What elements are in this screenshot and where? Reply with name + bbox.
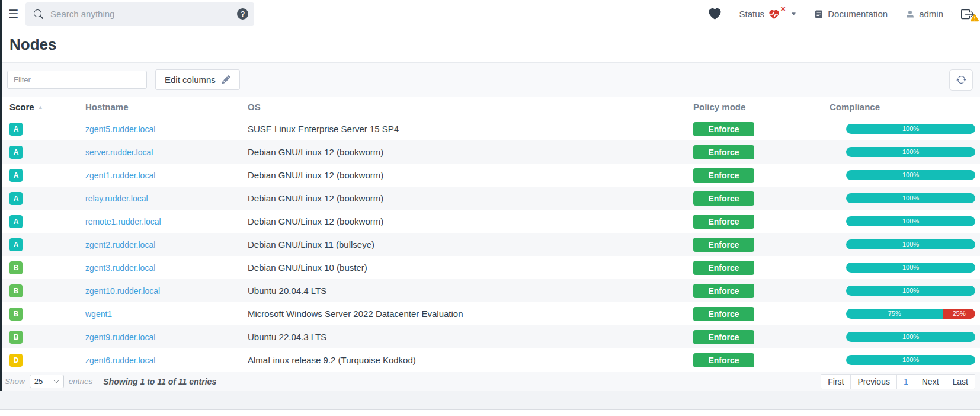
compliance-bar: 100% bbox=[846, 263, 975, 273]
documentation-link[interactable]: Documentation bbox=[814, 9, 888, 19]
compliance-bar: 100% bbox=[846, 193, 975, 203]
compliance-bar: 75%25% bbox=[846, 309, 975, 319]
page-size-select[interactable]: 25 bbox=[30, 375, 64, 388]
policy-mode-badge: Enforce bbox=[693, 145, 754, 159]
score-badge: B bbox=[9, 284, 23, 297]
hostname-link[interactable]: remote1.rudder.local bbox=[85, 217, 161, 226]
score-cell: A bbox=[0, 146, 85, 159]
compliance-bar: 100% bbox=[846, 170, 975, 180]
global-search[interactable]: ? bbox=[25, 2, 254, 26]
compliance-cell: 100% bbox=[830, 193, 980, 203]
policy-mode-cell: Enforce bbox=[693, 215, 830, 229]
hostname-link[interactable]: zgent3.rudder.local bbox=[85, 263, 155, 273]
hostname-link[interactable]: zgent1.rudder.local bbox=[85, 171, 155, 180]
menu-toggle-icon[interactable]: ☰ bbox=[8, 8, 18, 20]
policy-mode-cell: Enforce bbox=[693, 307, 830, 321]
user-menu[interactable]: admin bbox=[905, 9, 943, 19]
compliance-bar: 100% bbox=[846, 216, 975, 226]
sort-asc-icon: ▲ bbox=[38, 104, 43, 110]
pagination-next[interactable]: Next bbox=[915, 374, 946, 389]
column-header-policy-mode[interactable]: Policy mode bbox=[693, 102, 830, 112]
score-badge: A bbox=[9, 123, 23, 136]
compliance-bar: 100% bbox=[846, 124, 975, 134]
column-header-compliance[interactable]: Compliance bbox=[830, 102, 980, 112]
pencil-icon bbox=[222, 75, 230, 84]
os-cell: Debian GNU/Linux 12 (bookworm) bbox=[248, 193, 693, 203]
table-row[interactable]: Aremote1.rudder.localDebian GNU/Linux 12… bbox=[0, 210, 980, 233]
score-badge: A bbox=[9, 238, 23, 251]
score-badge: D bbox=[9, 354, 23, 367]
table-row[interactable]: Bzgent9.rudder.localUbuntu 22.04.3 LTSEn… bbox=[0, 325, 980, 348]
page-title-bar: Nodes bbox=[0, 28, 980, 63]
policy-mode-badge: Enforce bbox=[693, 168, 754, 183]
score-badge: A bbox=[9, 215, 23, 228]
nodes-table-body: Azgent5.rudder.localSUSE Linux Enterpris… bbox=[0, 117, 980, 372]
column-header-score[interactable]: Score ▲ bbox=[0, 102, 85, 112]
compliance-segment: 100% bbox=[846, 124, 975, 134]
table-row[interactable]: Bwgent1Microsoft Windows Server 2022 Dat… bbox=[0, 302, 980, 325]
table-row[interactable]: Azgent1.rudder.localDebian GNU/Linux 12 … bbox=[0, 164, 980, 187]
policy-mode-cell: Enforce bbox=[693, 122, 830, 136]
hostname-link[interactable]: zgent6.rudder.local bbox=[85, 356, 155, 365]
table-row[interactable]: Bzgent3.rudder.localDebian GNU/Linux 10 … bbox=[0, 256, 980, 279]
favorites-heart-icon[interactable] bbox=[709, 8, 721, 20]
table-toolbar: Edit columns bbox=[0, 63, 980, 97]
policy-mode-cell: Enforce bbox=[693, 284, 830, 298]
os-cell: Debian GNU/Linux 11 (bullseye) bbox=[248, 239, 693, 249]
compliance-segment: 25% bbox=[943, 309, 976, 319]
hostname-link[interactable]: zgent2.rudder.local bbox=[85, 240, 155, 249]
hostname-cell: server.rudder.local bbox=[85, 147, 248, 157]
compliance-cell: 100% bbox=[830, 147, 980, 157]
table-row[interactable]: Azgent5.rudder.localSUSE Linux Enterpris… bbox=[0, 117, 980, 140]
policy-mode-cell: Enforce bbox=[693, 353, 830, 367]
compliance-cell: 100% bbox=[830, 170, 980, 180]
column-header-os[interactable]: OS bbox=[248, 102, 693, 112]
compliance-segment: 100% bbox=[846, 193, 975, 203]
compliance-bar: 100% bbox=[846, 286, 975, 296]
filter-input[interactable] bbox=[7, 71, 147, 89]
compliance-bar: 100% bbox=[846, 332, 975, 342]
table-row[interactable]: Azgent2.rudder.localDebian GNU/Linux 11 … bbox=[0, 233, 980, 256]
collapsed-sidebar bbox=[0, 0, 2, 391]
score-badge: B bbox=[9, 261, 23, 274]
os-cell: AlmaLinux release 9.2 (Turquoise Kodkod) bbox=[248, 355, 693, 365]
column-header-hostname[interactable]: Hostname bbox=[85, 102, 248, 112]
hostname-cell: zgent2.rudder.local bbox=[85, 239, 248, 249]
score-cell: A bbox=[0, 169, 85, 182]
score-badge: B bbox=[9, 331, 23, 344]
sign-out-button[interactable] bbox=[961, 7, 976, 22]
pagination-1[interactable]: 1 bbox=[896, 374, 915, 389]
edit-columns-button[interactable]: Edit columns bbox=[155, 69, 240, 90]
table-row[interactable]: Arelay.rudder.localDebian GNU/Linux 12 (… bbox=[0, 187, 980, 210]
search-input[interactable] bbox=[43, 9, 237, 19]
refresh-button[interactable] bbox=[949, 69, 973, 91]
policy-mode-badge: Enforce bbox=[693, 261, 754, 275]
compliance-bar: 100% bbox=[846, 147, 975, 157]
status-heart-pulse-icon bbox=[768, 9, 780, 20]
status-menu[interactable]: Status ✕ bbox=[739, 9, 796, 20]
policy-mode-badge: Enforce bbox=[693, 353, 754, 367]
table-row[interactable]: Aserver.rudder.localDebian GNU/Linux 12 … bbox=[0, 140, 980, 164]
pagination-first[interactable]: First bbox=[821, 374, 851, 389]
os-cell: Microsoft Windows Server 2022 Datacenter… bbox=[248, 309, 693, 319]
hostname-link[interactable]: server.rudder.local bbox=[85, 148, 153, 157]
pagination-last[interactable]: Last bbox=[946, 374, 975, 389]
compliance-cell: 100% bbox=[830, 216, 980, 226]
os-cell: Debian GNU/Linux 12 (bookworm) bbox=[248, 170, 693, 180]
help-icon[interactable]: ? bbox=[237, 8, 248, 20]
table-row[interactable]: Dzgent6.rudder.localAlmaLinux release 9.… bbox=[0, 348, 980, 372]
hostname-link[interactable]: wgent1 bbox=[85, 309, 112, 319]
hostname-link[interactable]: zgent5.rudder.local bbox=[85, 124, 155, 134]
chevron-down-icon bbox=[53, 379, 59, 385]
entries-summary: Showing 1 to 11 of 11 entries bbox=[103, 377, 216, 386]
hostname-link[interactable]: zgent9.rudder.local bbox=[85, 332, 155, 342]
hostname-link[interactable]: zgent10.rudder.local bbox=[85, 286, 160, 296]
pagination-previous[interactable]: Previous bbox=[850, 374, 896, 389]
policy-mode-cell: Enforce bbox=[693, 145, 830, 159]
hostname-link[interactable]: relay.rudder.local bbox=[85, 194, 148, 203]
table-row[interactable]: Bzgent10.rudder.localUbuntu 20.04.4 LTSE… bbox=[0, 279, 980, 302]
compliance-cell: 100% bbox=[830, 332, 980, 342]
score-cell: A bbox=[0, 192, 85, 205]
compliance-segment: 100% bbox=[846, 216, 975, 226]
policy-mode-badge: Enforce bbox=[693, 307, 754, 321]
